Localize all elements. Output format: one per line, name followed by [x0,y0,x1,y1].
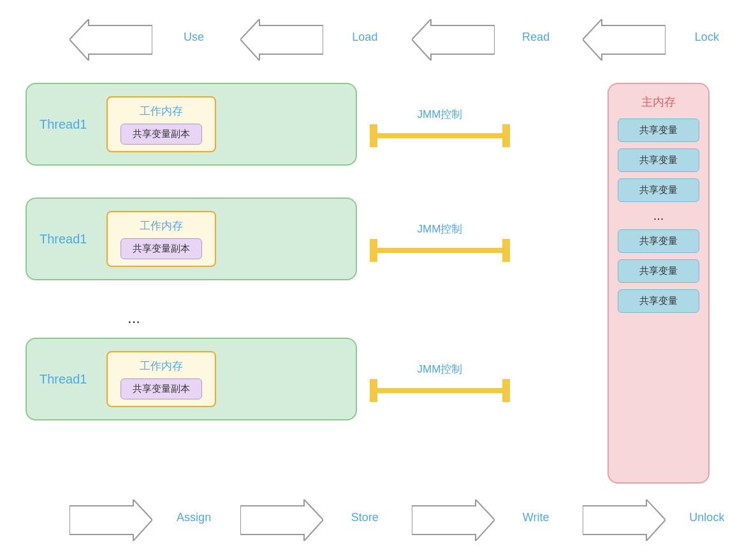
jmm-arrow-1: JMM控制 [370,107,510,147]
load-arrow: Load [240,19,323,61]
shared-var-copy-2: 共享变量副本 [120,238,202,259]
work-mem-label-1: 工作内存 [140,104,183,118]
shared-var-2: 共享变量 [618,178,699,202]
svg-marker-3 [583,19,666,61]
jmm-label-2: JMM控制 [418,222,463,236]
thread2-label: Thread1 [40,232,87,247]
svg-marker-1 [240,19,323,61]
main-memory-title: 主内存 [641,94,676,110]
load-label: Load [323,31,406,44]
dots-between-threads: ... [127,309,140,327]
unlock-label: Unlock [666,511,735,524]
shared-var-copy-3: 共享变量副本 [120,378,202,399]
store-arrow: Store [240,499,323,541]
work-mem-label-2: 工作内存 [140,219,183,233]
svg-marker-0 [69,19,152,61]
jmm-arrow-3: JMM控制 [370,362,510,402]
read-arrow: Read [412,19,495,61]
use-arrow: Use [69,19,152,61]
unlock-arrow: Unlock [583,499,666,541]
thread3-label: Thread1 [40,372,87,387]
shared-var-6: 共享变量 [618,289,699,313]
store-label: Store [323,511,406,524]
use-label: Use [152,31,235,44]
work-mem-box-3: 工作内存 共享变量副本 [106,351,216,407]
shared-var-copy-1: 共享变量副本 [120,124,202,145]
top-arrows-row: Use Load Read Lock [25,19,710,61]
thread-box-3: Thread1 工作内存 共享变量副本 [25,338,357,420]
thread1-label: Thread1 [40,117,87,132]
svg-marker-16 [583,499,666,541]
work-mem-box-2: 工作内存 共享变量副本 [106,211,216,267]
shared-var-1: 共享变量 [618,148,699,172]
assign-label: Assign [152,511,235,524]
shared-var-5: 共享变量 [618,259,699,283]
assign-arrow: Assign [69,499,152,541]
lock-label: Lock [666,31,735,44]
jmm-label-1: JMM控制 [418,107,463,122]
write-arrow: Write [412,499,495,541]
shared-var-4: 共享变量 [618,229,699,253]
jmm-arrow-2: JMM控制 [370,222,510,262]
main-memory-dots: ... [653,208,664,223]
work-mem-label-3: 工作内存 [140,359,183,373]
thread-box-2: Thread1 工作内存 共享变量副本 [25,197,357,280]
shared-var-0: 共享变量 [618,118,699,142]
svg-marker-2 [412,19,495,61]
diagram-container: Use Load Read Lock Thread1 工作内存 [0,0,735,560]
write-label: Write [495,511,578,524]
main-memory-box: 主内存 共享变量 共享变量 共享变量 ... 共享变量 共享变量 共享变量 [608,83,710,484]
jmm-label-3: JMM控制 [418,362,463,377]
svg-marker-15 [412,499,495,541]
work-mem-box-1: 工作内存 共享变量副本 [106,96,216,152]
svg-marker-13 [69,499,152,541]
lock-arrow: Lock [583,19,666,61]
svg-marker-14 [240,499,323,541]
thread-box-1: Thread1 工作内存 共享变量副本 [25,83,357,166]
bottom-arrows-row: Assign Store Write Unlock [25,499,710,541]
read-label: Read [495,31,578,44]
